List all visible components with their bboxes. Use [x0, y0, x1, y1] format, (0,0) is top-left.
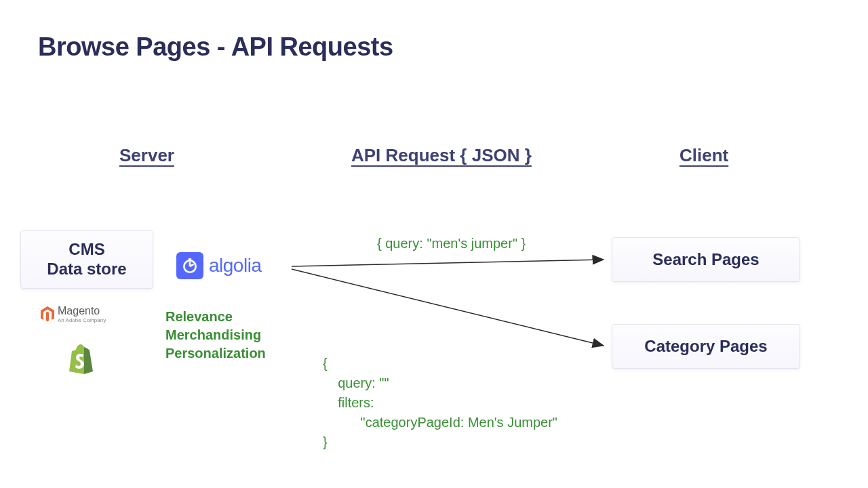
algolia-icon: [176, 252, 203, 279]
shopify-logo: [68, 344, 94, 377]
search-pages-card: Search Pages: [612, 237, 800, 282]
feature-personalization: Personalization: [165, 344, 266, 363]
cms-data-store-card: CMS Data store: [20, 230, 153, 289]
json-category-query: { query: "" filters: "categoryPageId: Me…: [323, 354, 557, 452]
arrow-to-search: [292, 260, 604, 266]
magento-icon: [41, 306, 54, 323]
algolia-name: algolia: [209, 255, 261, 277]
feature-relevance: Relevance: [165, 308, 266, 326]
svg-rect-1: [189, 258, 191, 260]
algolia-logo: algolia: [176, 252, 261, 279]
column-header-api: API Request { JSON }: [351, 145, 532, 166]
feature-merchandising: Merchandising: [165, 326, 266, 344]
json-search-query: { query: "men's jumper" }: [377, 236, 526, 251]
magento-subtitle: An Adobe Company: [58, 317, 106, 323]
cms-line2: Data store: [47, 260, 126, 279]
algolia-features: Relevance Merchandising Personalization: [165, 308, 266, 363]
category-pages-card: Category Pages: [612, 324, 800, 369]
magento-name: Magento: [58, 305, 106, 317]
arrow-to-category: [292, 269, 604, 346]
column-header-server: Server: [119, 145, 174, 166]
column-header-client: Client: [679, 145, 728, 166]
page-title: Browse Pages - API Requests: [38, 33, 393, 62]
cms-line1: CMS: [68, 240, 104, 260]
magento-logo: Magento An Adobe Company: [41, 305, 106, 323]
